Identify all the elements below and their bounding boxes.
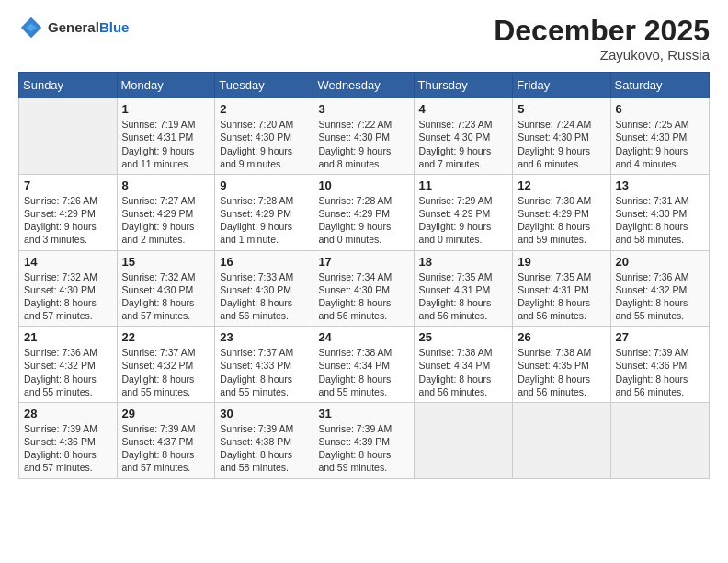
day-info: Sunrise: 7:37 AMSunset: 4:33 PMDaylight:…	[220, 346, 308, 398]
logo: GeneralBlue	[18, 15, 129, 40]
day-number: 6	[616, 102, 704, 116]
day-number: 5	[518, 102, 605, 116]
col-friday: Friday	[513, 73, 610, 98]
calendar-cell: 16Sunrise: 7:33 AMSunset: 4:30 PMDayligh…	[215, 250, 313, 327]
day-info: Sunrise: 7:32 AMSunset: 4:30 PMDaylight:…	[122, 270, 210, 323]
header-row: Sunday Monday Tuesday Wednesday Thursday…	[19, 73, 710, 98]
day-info: Sunrise: 7:33 AMSunset: 4:30 PMDaylight:…	[220, 270, 308, 323]
calendar-cell: 2Sunrise: 7:20 AMSunset: 4:30 PMDaylight…	[215, 98, 313, 175]
day-number: 8	[122, 178, 210, 192]
day-number: 12	[518, 178, 605, 192]
calendar-header: Sunday Monday Tuesday Wednesday Thursday…	[19, 73, 710, 98]
day-number: 3	[318, 102, 408, 116]
day-number: 26	[518, 330, 605, 344]
calendar-cell	[610, 402, 709, 478]
day-info: Sunrise: 7:19 AMSunset: 4:31 PMDaylight:…	[122, 118, 210, 170]
day-info: Sunrise: 7:23 AMSunset: 4:30 PMDaylight:…	[419, 118, 508, 170]
calendar-cell: 18Sunrise: 7:35 AMSunset: 4:31 PMDayligh…	[414, 250, 513, 327]
day-number: 10	[318, 178, 408, 192]
calendar-cell: 5Sunrise: 7:24 AMSunset: 4:30 PMDaylight…	[513, 98, 610, 175]
calendar-week-4: 21Sunrise: 7:36 AMSunset: 4:32 PMDayligh…	[19, 327, 710, 403]
calendar-body: 1Sunrise: 7:19 AMSunset: 4:31 PMDaylight…	[19, 98, 710, 478]
calendar-week-3: 14Sunrise: 7:32 AMSunset: 4:30 PMDayligh…	[19, 250, 710, 327]
day-info: Sunrise: 7:35 AMSunset: 4:31 PMDaylight:…	[419, 270, 508, 323]
day-number: 27	[616, 330, 704, 344]
day-info: Sunrise: 7:27 AMSunset: 4:29 PMDaylight:…	[122, 194, 210, 247]
calendar-cell: 30Sunrise: 7:39 AMSunset: 4:38 PMDayligh…	[215, 402, 313, 478]
calendar-cell: 11Sunrise: 7:29 AMSunset: 4:29 PMDayligh…	[414, 174, 513, 250]
calendar-cell: 22Sunrise: 7:37 AMSunset: 4:32 PMDayligh…	[117, 327, 215, 403]
calendar-cell: 21Sunrise: 7:36 AMSunset: 4:32 PMDayligh…	[19, 327, 118, 403]
day-number: 20	[616, 255, 704, 269]
calendar-cell: 17Sunrise: 7:34 AMSunset: 4:30 PMDayligh…	[313, 250, 414, 327]
month-year: December 2025	[494, 15, 710, 47]
calendar-week-1: 1Sunrise: 7:19 AMSunset: 4:31 PMDaylight…	[19, 98, 710, 175]
day-number: 15	[122, 255, 210, 269]
day-number: 21	[24, 330, 112, 344]
day-number: 13	[616, 178, 704, 192]
day-info: Sunrise: 7:38 AMSunset: 4:34 PMDaylight:…	[318, 346, 408, 398]
day-info: Sunrise: 7:28 AMSunset: 4:29 PMDaylight:…	[220, 194, 308, 247]
calendar-cell: 1Sunrise: 7:19 AMSunset: 4:31 PMDaylight…	[117, 98, 215, 175]
day-number: 2	[220, 102, 308, 116]
day-info: Sunrise: 7:39 AMSunset: 4:37 PMDaylight:…	[122, 422, 210, 475]
day-info: Sunrise: 7:22 AMSunset: 4:30 PMDaylight:…	[318, 118, 408, 170]
day-info: Sunrise: 7:39 AMSunset: 4:39 PMDaylight:…	[318, 422, 408, 475]
day-info: Sunrise: 7:38 AMSunset: 4:35 PMDaylight:…	[518, 346, 605, 398]
calendar-cell: 6Sunrise: 7:25 AMSunset: 4:30 PMDaylight…	[610, 98, 709, 175]
logo-text: GeneralBlue	[48, 20, 129, 36]
calendar-cell: 26Sunrise: 7:38 AMSunset: 4:35 PMDayligh…	[513, 327, 610, 403]
logo-blue: Blue	[99, 19, 130, 35]
calendar-week-5: 28Sunrise: 7:39 AMSunset: 4:36 PMDayligh…	[19, 402, 710, 478]
calendar-cell: 4Sunrise: 7:23 AMSunset: 4:30 PMDaylight…	[414, 98, 513, 175]
day-info: Sunrise: 7:31 AMSunset: 4:30 PMDaylight:…	[616, 194, 704, 247]
day-info: Sunrise: 7:35 AMSunset: 4:31 PMDaylight:…	[518, 270, 605, 323]
calendar-cell: 20Sunrise: 7:36 AMSunset: 4:32 PMDayligh…	[610, 250, 709, 327]
calendar-cell: 9Sunrise: 7:28 AMSunset: 4:29 PMDaylight…	[215, 174, 313, 250]
day-number: 23	[220, 330, 308, 344]
day-info: Sunrise: 7:34 AMSunset: 4:30 PMDaylight:…	[318, 270, 408, 323]
location: Zayukovo, Russia	[494, 47, 710, 63]
col-saturday: Saturday	[610, 73, 709, 98]
day-info: Sunrise: 7:39 AMSunset: 4:36 PMDaylight:…	[616, 346, 704, 398]
calendar-cell: 14Sunrise: 7:32 AMSunset: 4:30 PMDayligh…	[19, 250, 118, 327]
col-sunday: Sunday	[19, 73, 118, 98]
day-info: Sunrise: 7:37 AMSunset: 4:32 PMDaylight:…	[122, 346, 210, 398]
day-info: Sunrise: 7:26 AMSunset: 4:29 PMDaylight:…	[24, 194, 112, 247]
day-number: 11	[419, 178, 508, 192]
day-info: Sunrise: 7:36 AMSunset: 4:32 PMDaylight:…	[24, 346, 112, 398]
page-container: GeneralBlue December 2025 Zayukovo, Russ…	[0, 0, 728, 488]
calendar-cell: 27Sunrise: 7:39 AMSunset: 4:36 PMDayligh…	[610, 327, 709, 403]
day-number: 18	[419, 255, 508, 269]
day-number: 17	[318, 255, 408, 269]
day-info: Sunrise: 7:39 AMSunset: 4:36 PMDaylight:…	[24, 422, 112, 475]
day-info: Sunrise: 7:32 AMSunset: 4:30 PMDaylight:…	[24, 270, 112, 323]
day-number: 29	[122, 407, 210, 420]
day-info: Sunrise: 7:39 AMSunset: 4:38 PMDaylight:…	[220, 422, 308, 475]
day-number: 19	[518, 255, 605, 269]
calendar-cell: 3Sunrise: 7:22 AMSunset: 4:30 PMDaylight…	[313, 98, 414, 175]
day-number: 14	[24, 255, 112, 269]
day-number: 31	[318, 407, 408, 420]
day-info: Sunrise: 7:25 AMSunset: 4:30 PMDaylight:…	[616, 118, 704, 170]
col-wednesday: Wednesday	[313, 73, 414, 98]
day-number: 9	[220, 178, 308, 192]
calendar-cell: 10Sunrise: 7:28 AMSunset: 4:29 PMDayligh…	[313, 174, 414, 250]
calendar-cell: 13Sunrise: 7:31 AMSunset: 4:30 PMDayligh…	[610, 174, 709, 250]
calendar-cell: 24Sunrise: 7:38 AMSunset: 4:34 PMDayligh…	[313, 327, 414, 403]
calendar-cell	[414, 402, 513, 478]
calendar-week-2: 7Sunrise: 7:26 AMSunset: 4:29 PMDaylight…	[19, 174, 710, 250]
calendar-table: Sunday Monday Tuesday Wednesday Thursday…	[18, 72, 710, 478]
calendar-cell: 15Sunrise: 7:32 AMSunset: 4:30 PMDayligh…	[117, 250, 215, 327]
logo-general: General	[48, 19, 99, 35]
col-thursday: Thursday	[414, 73, 513, 98]
col-tuesday: Tuesday	[215, 73, 313, 98]
day-info: Sunrise: 7:38 AMSunset: 4:34 PMDaylight:…	[419, 346, 508, 398]
day-number: 1	[122, 102, 210, 116]
calendar-cell: 7Sunrise: 7:26 AMSunset: 4:29 PMDaylight…	[19, 174, 118, 250]
calendar-cell: 23Sunrise: 7:37 AMSunset: 4:33 PMDayligh…	[215, 327, 313, 403]
day-info: Sunrise: 7:28 AMSunset: 4:29 PMDaylight:…	[318, 194, 408, 247]
day-number: 16	[220, 255, 308, 269]
calendar-cell: 31Sunrise: 7:39 AMSunset: 4:39 PMDayligh…	[313, 402, 414, 478]
logo-icon	[18, 15, 44, 40]
